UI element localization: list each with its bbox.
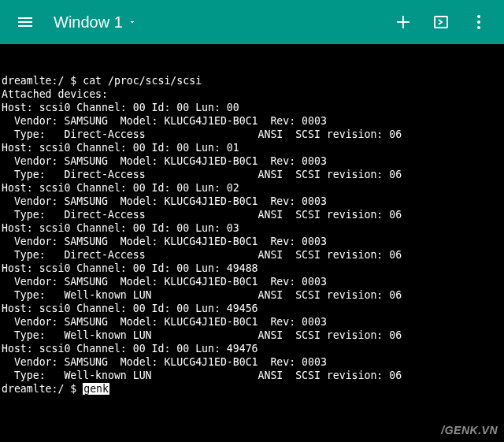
svg-rect-4 bbox=[397, 21, 410, 23]
app-bar: Window 1 bbox=[0, 0, 504, 44]
chevron-down-icon bbox=[128, 17, 137, 27]
terminal-line: Host: scsi0 Channel: 00 Id: 00 Lun: 02 bbox=[2, 181, 502, 195]
svg-point-7 bbox=[477, 20, 480, 24]
terminal-line: Type: Direct-Access ANSI SCSI revision: … bbox=[2, 168, 502, 181]
svg-rect-1 bbox=[18, 21, 32, 23]
terminal-line: Attached devices: bbox=[2, 87, 502, 101]
more-vert-icon bbox=[469, 13, 488, 32]
terminal-line: Vendor: SAMSUNG Model: KLUCG4J1ED-B0C1 R… bbox=[2, 154, 502, 168]
terminal-line: Host: scsi0 Channel: 00 Id: 00 Lun: 03 bbox=[2, 221, 502, 235]
terminal-line: Vendor: SAMSUNG Model: KLUCG4J1ED-B0C1 R… bbox=[2, 315, 502, 329]
window-title: Window 1 bbox=[54, 13, 123, 32]
terminal-line: Vendor: SAMSUNG Model: KLUCG4J1ED-B0C1 R… bbox=[2, 114, 502, 128]
terminal-output[interactable]: dreamlte:/ $ cat /proc/scsi/scsiAttached… bbox=[0, 44, 504, 442]
svg-rect-2 bbox=[18, 25, 32, 27]
svg-rect-0 bbox=[18, 17, 32, 19]
terminal-line: Host: scsi0 Channel: 00 Id: 00 Lun: 00 bbox=[2, 101, 502, 114]
terminal-cursor: genk bbox=[83, 383, 109, 395]
terminal-line: Type: Well-known LUN ANSI SCSI revision:… bbox=[2, 369, 502, 382]
terminal-line: Vendor: SAMSUNG Model: KLUCG4J1ED-B0C1 R… bbox=[2, 195, 502, 208]
terminal-line: Host: scsi0 Channel: 00 Id: 00 Lun: 4948… bbox=[2, 262, 502, 275]
terminal-prompt-line[interactable]: dreamlte:/ $ genk bbox=[2, 382, 502, 396]
terminal-line: Host: scsi0 Channel: 00 Id: 00 Lun: 01 bbox=[2, 141, 502, 154]
terminal-line: Type: Direct-Access ANSI SCSI revision: … bbox=[2, 208, 502, 221]
terminal-line: Type: Well-known LUN ANSI SCSI revision:… bbox=[2, 329, 502, 342]
new-session-button[interactable] bbox=[384, 3, 422, 41]
terminal-line: Host: scsi0 Channel: 00 Id: 00 Lun: 4945… bbox=[2, 302, 502, 315]
terminal-line: Type: Direct-Access ANSI SCSI revision: … bbox=[2, 128, 502, 141]
terminal-line: Vendor: SAMSUNG Model: KLUCG4J1ED-B0C1 R… bbox=[2, 355, 502, 369]
keyboard-toggle-button[interactable] bbox=[422, 3, 460, 41]
window-selector[interactable]: Window 1 bbox=[44, 13, 384, 32]
watermark: /GENK.VN bbox=[441, 424, 498, 437]
overflow-menu-button[interactable] bbox=[460, 3, 498, 41]
terminal-line: Host: scsi0 Channel: 00 Id: 00 Lun: 4947… bbox=[2, 342, 502, 355]
terminal-line: Type: Direct-Access ANSI SCSI revision: … bbox=[2, 248, 502, 262]
input-icon bbox=[432, 13, 450, 32]
terminal-line: Vendor: SAMSUNG Model: KLUCG4J1ED-B0C1 R… bbox=[2, 235, 502, 248]
svg-point-8 bbox=[477, 26, 480, 29]
hamburger-menu-button[interactable] bbox=[6, 3, 44, 41]
terminal-line: Type: Well-known LUN ANSI SCSI revision:… bbox=[2, 288, 502, 302]
terminal-line: Vendor: SAMSUNG Model: KLUCG4J1ED-B0C1 R… bbox=[2, 275, 502, 288]
hamburger-icon bbox=[16, 13, 35, 32]
svg-point-6 bbox=[477, 15, 480, 18]
terminal-line: dreamlte:/ $ cat /proc/scsi/scsi bbox=[2, 74, 502, 87]
plus-icon bbox=[394, 13, 413, 32]
